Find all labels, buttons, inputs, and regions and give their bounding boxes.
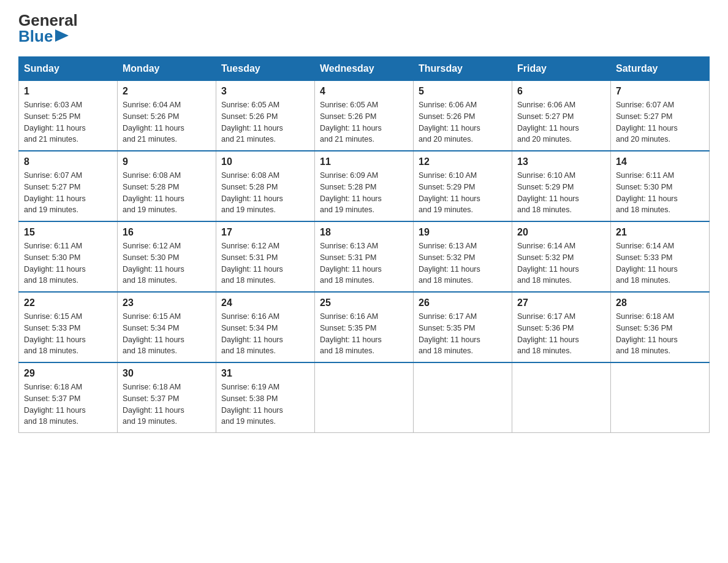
calendar-cell: [414, 362, 512, 433]
day-number: 24: [221, 297, 309, 308]
calendar-cell: 24 Sunrise: 6:16 AM Sunset: 5:34 PM Dayl…: [216, 292, 315, 362]
calendar-cell: 16 Sunrise: 6:12 AM Sunset: 5:30 PM Dayl…: [118, 221, 216, 292]
calendar-cell: 22 Sunrise: 6:15 AM Sunset: 5:33 PM Dayl…: [19, 292, 118, 362]
week-row-3: 15 Sunrise: 6:11 AM Sunset: 5:30 PM Dayl…: [19, 221, 710, 292]
week-row-4: 22 Sunrise: 6:15 AM Sunset: 5:33 PM Dayl…: [19, 292, 710, 362]
day-info: Sunrise: 6:13 AM Sunset: 5:31 PM Dayligh…: [320, 240, 408, 286]
calendar-cell: 12 Sunrise: 6:10 AM Sunset: 5:29 PM Dayl…: [414, 151, 512, 221]
day-info: Sunrise: 6:13 AM Sunset: 5:32 PM Dayligh…: [419, 240, 507, 286]
day-info: Sunrise: 6:17 AM Sunset: 5:36 PM Dayligh…: [517, 311, 605, 357]
day-number: 10: [221, 156, 309, 167]
day-info: Sunrise: 6:18 AM Sunset: 5:36 PM Dayligh…: [616, 311, 704, 357]
day-number: 3: [221, 86, 309, 97]
calendar-cell: 25 Sunrise: 6:16 AM Sunset: 5:35 PM Dayl…: [315, 292, 414, 362]
day-number: 27: [517, 297, 605, 308]
calendar-cell: 7 Sunrise: 6:07 AM Sunset: 5:27 PM Dayli…: [611, 81, 710, 151]
day-info: Sunrise: 6:16 AM Sunset: 5:34 PM Dayligh…: [221, 311, 309, 357]
calendar-cell: 18 Sunrise: 6:13 AM Sunset: 5:31 PM Dayl…: [315, 221, 414, 292]
day-number: 4: [320, 86, 408, 97]
day-info: Sunrise: 6:11 AM Sunset: 5:30 PM Dayligh…: [616, 170, 704, 216]
week-row-2: 8 Sunrise: 6:07 AM Sunset: 5:27 PM Dayli…: [19, 151, 710, 221]
day-number: 1: [24, 86, 112, 97]
calendar-cell: 31 Sunrise: 6:19 AM Sunset: 5:38 PM Dayl…: [216, 362, 315, 433]
calendar-cell: 26 Sunrise: 6:17 AM Sunset: 5:35 PM Dayl…: [414, 292, 512, 362]
day-info: Sunrise: 6:12 AM Sunset: 5:30 PM Dayligh…: [123, 240, 211, 286]
day-info: Sunrise: 6:08 AM Sunset: 5:28 PM Dayligh…: [221, 170, 309, 216]
day-info: Sunrise: 6:06 AM Sunset: 5:27 PM Dayligh…: [517, 99, 605, 145]
calendar-cell: 3 Sunrise: 6:05 AM Sunset: 5:26 PM Dayli…: [216, 81, 315, 151]
day-number: 19: [419, 227, 507, 238]
calendar-cell: 2 Sunrise: 6:04 AM Sunset: 5:26 PM Dayli…: [118, 81, 216, 151]
logo-text-block: General Blue: [18, 12, 78, 44]
calendar-cell: 14 Sunrise: 6:11 AM Sunset: 5:30 PM Dayl…: [611, 151, 710, 221]
calendar-cell: 21 Sunrise: 6:14 AM Sunset: 5:33 PM Dayl…: [611, 221, 710, 292]
day-info: Sunrise: 6:07 AM Sunset: 5:27 PM Dayligh…: [24, 170, 112, 216]
calendar-table: SundayMondayTuesdayWednesdayThursdayFrid…: [18, 56, 710, 433]
day-number: 18: [320, 227, 408, 238]
calendar-cell: 29 Sunrise: 6:18 AM Sunset: 5:37 PM Dayl…: [19, 362, 118, 433]
day-info: Sunrise: 6:14 AM Sunset: 5:33 PM Dayligh…: [616, 240, 704, 286]
day-info: Sunrise: 6:18 AM Sunset: 5:37 PM Dayligh…: [24, 381, 112, 427]
calendar-cell: 17 Sunrise: 6:12 AM Sunset: 5:31 PM Dayl…: [216, 221, 315, 292]
calendar-cell: [611, 362, 710, 433]
calendar-cell: 27 Sunrise: 6:17 AM Sunset: 5:36 PM Dayl…: [512, 292, 611, 362]
day-info: Sunrise: 6:09 AM Sunset: 5:28 PM Dayligh…: [320, 170, 408, 216]
day-number: 14: [616, 156, 704, 167]
day-number: 5: [419, 86, 507, 97]
calendar-cell: [315, 362, 414, 433]
day-info: Sunrise: 6:19 AM Sunset: 5:38 PM Dayligh…: [221, 381, 309, 427]
day-info: Sunrise: 6:04 AM Sunset: 5:26 PM Dayligh…: [123, 99, 211, 145]
calendar-cell: 8 Sunrise: 6:07 AM Sunset: 5:27 PM Dayli…: [19, 151, 118, 221]
page-header: General Blue: [18, 12, 710, 44]
day-number: 17: [221, 227, 309, 238]
day-number: 9: [123, 156, 211, 167]
day-info: Sunrise: 6:06 AM Sunset: 5:26 PM Dayligh…: [419, 99, 507, 145]
day-info: Sunrise: 6:05 AM Sunset: 5:26 PM Dayligh…: [320, 99, 408, 145]
header-sunday: Sunday: [19, 57, 118, 81]
day-number: 21: [616, 227, 704, 238]
day-info: Sunrise: 6:18 AM Sunset: 5:37 PM Dayligh…: [123, 381, 211, 427]
calendar-cell: 30 Sunrise: 6:18 AM Sunset: 5:37 PM Dayl…: [118, 362, 216, 433]
day-number: 6: [517, 86, 605, 97]
day-number: 30: [123, 368, 211, 379]
header-thursday: Thursday: [414, 57, 512, 81]
day-info: Sunrise: 6:10 AM Sunset: 5:29 PM Dayligh…: [517, 170, 605, 216]
calendar-cell: 23 Sunrise: 6:15 AM Sunset: 5:34 PM Dayl…: [118, 292, 216, 362]
calendar-cell: [512, 362, 611, 433]
day-number: 26: [419, 297, 507, 308]
day-number: 13: [517, 156, 605, 167]
calendar-cell: 1 Sunrise: 6:03 AM Sunset: 5:25 PM Dayli…: [19, 81, 118, 151]
calendar-cell: 4 Sunrise: 6:05 AM Sunset: 5:26 PM Dayli…: [315, 81, 414, 151]
day-number: 31: [221, 368, 309, 379]
logo: General Blue: [18, 12, 78, 44]
day-number: 15: [24, 227, 112, 238]
calendar-cell: 19 Sunrise: 6:13 AM Sunset: 5:32 PM Dayl…: [414, 221, 512, 292]
calendar-cell: 13 Sunrise: 6:10 AM Sunset: 5:29 PM Dayl…: [512, 151, 611, 221]
day-number: 12: [419, 156, 507, 167]
day-number: 20: [517, 227, 605, 238]
day-info: Sunrise: 6:15 AM Sunset: 5:33 PM Dayligh…: [24, 311, 112, 357]
header-monday: Monday: [118, 57, 216, 81]
day-number: 2: [123, 86, 211, 97]
day-number: 23: [123, 297, 211, 308]
day-number: 7: [616, 86, 704, 97]
day-number: 28: [616, 297, 704, 308]
header-saturday: Saturday: [611, 57, 710, 81]
calendar-cell: 6 Sunrise: 6:06 AM Sunset: 5:27 PM Dayli…: [512, 81, 611, 151]
day-info: Sunrise: 6:14 AM Sunset: 5:32 PM Dayligh…: [517, 240, 605, 286]
day-info: Sunrise: 6:16 AM Sunset: 5:35 PM Dayligh…: [320, 311, 408, 357]
day-info: Sunrise: 6:08 AM Sunset: 5:28 PM Dayligh…: [123, 170, 211, 216]
day-number: 8: [24, 156, 112, 167]
week-row-5: 29 Sunrise: 6:18 AM Sunset: 5:37 PM Dayl…: [19, 362, 710, 433]
day-info: Sunrise: 6:11 AM Sunset: 5:30 PM Dayligh…: [24, 240, 112, 286]
day-info: Sunrise: 6:07 AM Sunset: 5:27 PM Dayligh…: [616, 99, 704, 145]
calendar-cell: 9 Sunrise: 6:08 AM Sunset: 5:28 PM Dayli…: [118, 151, 216, 221]
day-number: 22: [24, 297, 112, 308]
calendar-cell: 10 Sunrise: 6:08 AM Sunset: 5:28 PM Dayl…: [216, 151, 315, 221]
day-info: Sunrise: 6:10 AM Sunset: 5:29 PM Dayligh…: [419, 170, 507, 216]
day-info: Sunrise: 6:17 AM Sunset: 5:35 PM Dayligh…: [419, 311, 507, 357]
day-number: 11: [320, 156, 408, 167]
header-friday: Friday: [512, 57, 611, 81]
day-number: 29: [24, 368, 112, 379]
header-wednesday: Wednesday: [315, 57, 414, 81]
